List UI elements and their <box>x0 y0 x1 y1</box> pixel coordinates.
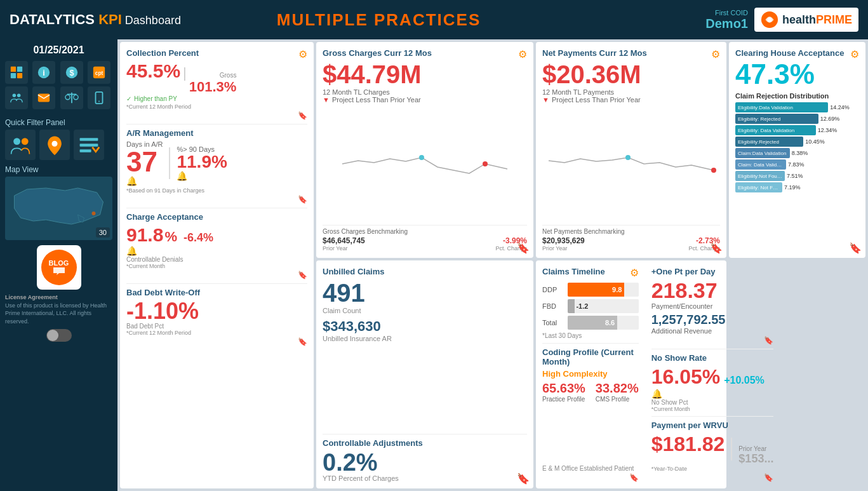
coding-complexity: High Complexity <box>542 369 639 379</box>
license-body: Use of this product is licensed by Healt… <box>5 302 112 326</box>
mobile-icon <box>92 91 106 105</box>
net-bench-row: $20,935,629 Prior Year -2.73% Pct. Chang… <box>542 236 720 252</box>
gross-bookmark[interactable]: 🔖 <box>517 242 530 254</box>
last30-note: *Last 30 Days <box>542 332 639 339</box>
filter-list-btn[interactable] <box>74 130 104 160</box>
fbd-label: FBD <box>542 302 568 310</box>
ar-values: Days in A/R 37 🔔 %> 90 Days 11.9% 🔔 <box>126 140 307 186</box>
mobile-btn[interactable] <box>88 86 110 109</box>
mail-btn[interactable] <box>32 86 55 109</box>
coding-practice-label: Practice Profile <box>542 396 585 403</box>
svg-point-1 <box>767 17 771 22</box>
ddp-label: DDP <box>542 286 568 293</box>
scale-btn[interactable] <box>60 86 83 109</box>
divider3 <box>126 283 307 284</box>
blog-btn[interactable]: BLOG <box>37 245 81 290</box>
bad-debt-value: -1.10% <box>126 300 307 323</box>
cpt-btn[interactable]: cpt <box>88 61 110 84</box>
collection-bookmark[interactable]: 🔖 <box>298 111 307 120</box>
charge-main: 91.8 <box>126 224 163 246</box>
svg-point-13 <box>17 94 20 98</box>
svg-point-18 <box>73 95 77 99</box>
gross-charges-settings[interactable]: ⚙ <box>518 48 527 60</box>
toggle-knob <box>47 330 58 341</box>
bad-debt-bookmark[interactable]: 🔖 <box>298 337 307 346</box>
one-pt-bookmark[interactable]: 🔖 <box>764 336 773 345</box>
coding-title: Coding Profile (Current Month) <box>542 347 639 367</box>
wrvu-divider-line <box>731 438 732 461</box>
net-payments-settings[interactable]: ⚙ <box>711 48 720 60</box>
one-pt-title: +One Pt per Day <box>651 267 774 276</box>
net-payments-sub1: 12 Month TL Payments <box>542 88 720 96</box>
collection-settings[interactable]: ⚙ <box>298 48 307 60</box>
coding-values: 65.63% Practice Profile 33.82% CMS Profi… <box>542 381 639 403</box>
collection-gross-label: Gross <box>189 72 237 79</box>
map-view-label: Map View <box>5 165 112 174</box>
svg-rect-14 <box>38 94 50 102</box>
coding-practice: 65.63% Practice Profile <box>542 381 585 403</box>
kpi-text: KPI <box>95 11 122 27</box>
fbd-fill <box>568 299 575 313</box>
license-title: License Agreement <box>5 293 112 302</box>
info-btn[interactable]: i <box>32 61 55 84</box>
rejection-bar: Eligibility: Rejected <box>735 114 818 124</box>
wrvu-prior-value: $153... <box>738 452 773 465</box>
filter-map-btn[interactable] <box>39 130 70 160</box>
dollar-btn[interactable]: $ <box>60 61 83 84</box>
collection-values: 45.5% | Gross 101.3% <box>126 60 307 95</box>
rejection-bar-value: 14.24% <box>830 104 850 111</box>
clearing-bookmark[interactable]: 🔖 <box>849 242 862 254</box>
icon-grid-btn[interactable] <box>5 61 28 84</box>
svg-point-30 <box>625 155 631 160</box>
brand-name: DATALYTICS <box>10 11 95 27</box>
ddp-fill: 9.8 <box>568 283 624 297</box>
rejection-bar: Claim: Data Validation <box>735 159 786 170</box>
higher-py: ✓Higher than PY <box>126 95 307 102</box>
people-btn[interactable] <box>5 86 28 109</box>
charge-title: Charge Acceptance <box>126 212 307 222</box>
net-payments-title: Net Payments Curr 12 Mos <box>542 48 647 58</box>
collection-column: Collection Percent ⚙ 45.5% | Gross 101.3… <box>120 42 314 488</box>
svg-point-12 <box>13 94 16 98</box>
net-payments-sparkline <box>542 104 720 225</box>
filter-people-btn[interactable] <box>5 130 36 160</box>
rejection-bar-value: 7.51% <box>787 173 803 179</box>
rejection-bar-value: 7.83% <box>788 161 805 168</box>
grid-icon <box>10 65 23 79</box>
dollar-icon: $ <box>65 65 79 79</box>
ar-bookmark[interactable]: 🔖 <box>298 195 307 204</box>
rejection-bar-row: Eligibility: Rejected12.69% <box>735 114 859 124</box>
svg-point-23 <box>52 141 58 147</box>
coding-bookmark[interactable]: 🔖 <box>629 473 639 482</box>
wrvu-title: Payment per WRVU <box>651 420 774 430</box>
no-show-values: 16.05% +10.05% <box>651 365 774 389</box>
logo-icon <box>761 11 778 29</box>
people-icon <box>10 91 23 105</box>
rejection-bar-label: Eligibility: Rejected <box>738 116 780 122</box>
rejection-bar-row: Claim: Data Validation7.83% <box>735 159 859 170</box>
coding-cms: 33.82% CMS Profile <box>596 381 639 403</box>
map-view[interactable]: 30 <box>5 177 112 240</box>
collection-title: Collection Percent <box>126 48 199 58</box>
total-value: 8.6 <box>605 319 615 326</box>
controllable-bookmark[interactable]: 🔖 <box>517 473 530 485</box>
net-bookmark[interactable]: 🔖 <box>710 242 723 254</box>
coding-note: E & M Office Established Patient <box>542 465 639 472</box>
controllable-value: 0.2% <box>323 450 527 474</box>
charge-bookmark[interactable]: 🔖 <box>298 271 307 279</box>
clearing-house-settings[interactable]: ⚙ <box>850 48 859 60</box>
svg-point-22 <box>22 138 29 145</box>
first-coid-label: First COID <box>715 9 748 17</box>
svg-text:$: $ <box>69 68 74 77</box>
timeline-divider <box>542 343 639 344</box>
sidebar-icon-grid: i $ cpt <box>5 61 112 109</box>
no-show-pct: 16.05% <box>651 365 721 389</box>
wrvu-bookmark[interactable]: 🔖 <box>764 473 773 482</box>
svg-rect-24 <box>80 138 98 141</box>
rejection-bar-label: Eligibility: Not Found <box>738 185 780 191</box>
toggle-switch[interactable] <box>46 329 72 342</box>
svg-point-17 <box>65 95 69 99</box>
coding-cms-label: CMS Profile <box>596 396 639 403</box>
claims-settings[interactable]: ⚙ <box>630 267 639 279</box>
bad-debt-title: Bad Debt Write-Off <box>126 288 307 297</box>
